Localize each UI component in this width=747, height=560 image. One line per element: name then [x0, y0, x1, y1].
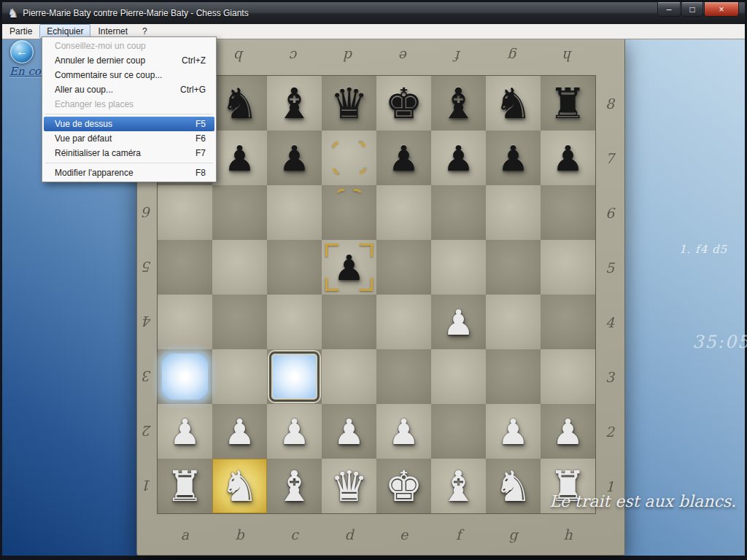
- menu-item-annuler-le-dernier-coup[interactable]: Annuler le dernier coupCtrl+Z: [44, 53, 214, 68]
- square-c4[interactable]: [267, 295, 322, 349]
- coord-label-3: 3: [595, 349, 624, 404]
- white-pawn-d2[interactable]: ♟: [322, 404, 376, 459]
- menu-item-label: Modifier l'apparence: [55, 168, 133, 178]
- menu-item-modifier-apparence[interactable]: Modifier l'apparenceF8: [44, 166, 214, 180]
- menu-item-shortcut: F7: [175, 148, 206, 158]
- square-e4[interactable]: [376, 295, 431, 349]
- close-button[interactable]: ×: [704, 2, 739, 17]
- maximize-button[interactable]: □: [681, 2, 703, 17]
- square-f5[interactable]: [431, 240, 486, 295]
- white-pawn-b2[interactable]: ♟: [212, 404, 267, 459]
- menu-item-reinitialiser-la-camera[interactable]: Réinitialiser la caméraF7: [44, 146, 214, 160]
- white-bishop-c1[interactable]: ♝: [267, 459, 322, 513]
- back-button[interactable]: ←: [10, 40, 34, 63]
- menu-item-label: Commentaire sur ce coup...: [55, 70, 162, 80]
- black-pawn-b7[interactable]: ♟: [212, 131, 267, 185]
- white-pawn-e2[interactable]: ♟: [376, 404, 431, 459]
- white-pawn-a2[interactable]: ♟: [158, 404, 212, 459]
- coord-label-5: 5: [137, 240, 158, 295]
- black-knight-g8[interactable]: ♞: [486, 76, 541, 131]
- square-a6[interactable]: [158, 185, 212, 240]
- ranks-labels-right: 87654321: [595, 76, 624, 513]
- square-h6[interactable]: [541, 185, 595, 240]
- square-g6[interactable]: [486, 185, 541, 240]
- square-g3[interactable]: [486, 349, 541, 404]
- minimize-button[interactable]: –: [657, 2, 681, 17]
- white-rook-a1[interactable]: ♜: [158, 459, 212, 513]
- coord-label-1: 1: [137, 459, 158, 513]
- app-window: ♞ Pierre-Marie Baty contre Pierre-Marie …: [0, 0, 747, 560]
- menu-item-label: Aller au coup...: [55, 85, 113, 95]
- move-trail-icon: [352, 160, 368, 177]
- menu-item-label: Echanger les places: [55, 99, 133, 109]
- menu-item-aller-au-coup[interactable]: Aller au coup...Ctrl+G: [44, 82, 214, 97]
- black-knight-b8[interactable]: ♞: [212, 76, 267, 131]
- square-a4[interactable]: [158, 295, 212, 349]
- square-e3[interactable]: [376, 349, 431, 404]
- menu-item-shortcut: Ctrl+Z: [161, 55, 206, 66]
- square-b4[interactable]: [212, 295, 267, 349]
- square-c5[interactable]: [267, 240, 322, 295]
- white-pawn-g2[interactable]: ♟: [486, 404, 541, 459]
- white-knight-g1[interactable]: ♞: [486, 459, 541, 513]
- black-pawn-c7[interactable]: ♟: [267, 131, 322, 185]
- black-bishop-c8[interactable]: ♝: [267, 76, 322, 131]
- square-e6[interactable]: [376, 185, 431, 240]
- window-title: Pierre-Marie Baty contre Pierre-Marie Ba…: [23, 8, 248, 18]
- black-rook-h8[interactable]: ♜: [541, 76, 595, 131]
- board-grid: ♜♞♝♛♚♝♞♜♟♟♟♟♟♟♟♟♟♟♟♟♟♟♟♟♜♞♝♛♚♝♞♜: [158, 76, 595, 513]
- black-pawn-e7[interactable]: ♟: [376, 131, 431, 185]
- white-knight-b1[interactable]: ♞: [212, 459, 267, 513]
- coord-label-7: 7: [595, 131, 624, 185]
- marker-move-glow-hover-c3[interactable]: [269, 351, 320, 402]
- move-trail-icon: [349, 187, 363, 202]
- marker-move-glow-a3[interactable]: [162, 354, 208, 400]
- coord-label-h: h: [541, 513, 595, 555]
- square-d4[interactable]: [322, 295, 376, 349]
- coord-label-5: 5: [595, 240, 624, 295]
- white-pawn-f4[interactable]: ♟: [431, 295, 486, 349]
- coord-label-2: 2: [137, 404, 158, 459]
- black-pawn-f7[interactable]: ♟: [431, 131, 486, 185]
- coord-label-h: h: [541, 37, 595, 76]
- square-g4[interactable]: [486, 295, 541, 349]
- square-h4[interactable]: [541, 295, 595, 349]
- square-g5[interactable]: [486, 240, 541, 295]
- square-h5[interactable]: [541, 240, 595, 295]
- menu-item-commentaire-sur-ce-coup[interactable]: Commentaire sur ce coup...: [44, 68, 214, 82]
- square-b6[interactable]: [212, 185, 267, 240]
- coord-label-3: 3: [137, 349, 158, 404]
- black-pawn-g7[interactable]: ♟: [486, 131, 541, 185]
- move-list: 1. f4 d5: [679, 243, 746, 256]
- white-queen-d1[interactable]: ♛: [322, 459, 376, 513]
- white-pawn-c2[interactable]: ♟: [267, 404, 322, 459]
- black-king-e8[interactable]: ♚: [376, 76, 431, 131]
- square-b5[interactable]: [212, 240, 267, 295]
- white-bishop-f1[interactable]: ♝: [431, 459, 486, 513]
- square-h3[interactable]: [541, 349, 595, 404]
- coord-label-4: 4: [137, 295, 158, 349]
- square-e5[interactable]: [376, 240, 431, 295]
- menu-item-vue-de-dessus[interactable]: Vue de dessusF5: [44, 117, 214, 131]
- square-f6[interactable]: [431, 185, 486, 240]
- black-pawn-d5[interactable]: ♟: [322, 240, 376, 295]
- square-a5[interactable]: [158, 240, 212, 295]
- square-f3[interactable]: [431, 349, 486, 404]
- menubar-item-partie[interactable]: Partie: [2, 24, 39, 39]
- black-queen-d8[interactable]: ♛: [322, 76, 376, 131]
- menu-separator: [45, 114, 213, 114]
- menu-item-label: Vue par défaut: [55, 133, 112, 144]
- white-pawn-h2[interactable]: ♟: [541, 404, 595, 459]
- square-c6[interactable]: [267, 185, 322, 240]
- square-d3[interactable]: [322, 349, 376, 404]
- white-king-e1[interactable]: ♚: [376, 459, 431, 513]
- square-b3[interactable]: [212, 349, 267, 404]
- square-f2[interactable]: [431, 404, 486, 459]
- menu-item-label: Annuler le dernier coup: [55, 55, 145, 66]
- black-pawn-h7[interactable]: ♟: [541, 131, 595, 185]
- menu-item-vue-par-defaut[interactable]: Vue par défautF6: [44, 131, 214, 146]
- coord-label-8: 8: [595, 76, 624, 131]
- menu-item-label: Conseillez-moi un coup: [55, 41, 146, 51]
- black-bishop-f8[interactable]: ♝: [431, 76, 486, 131]
- coord-label-d: d: [322, 513, 376, 555]
